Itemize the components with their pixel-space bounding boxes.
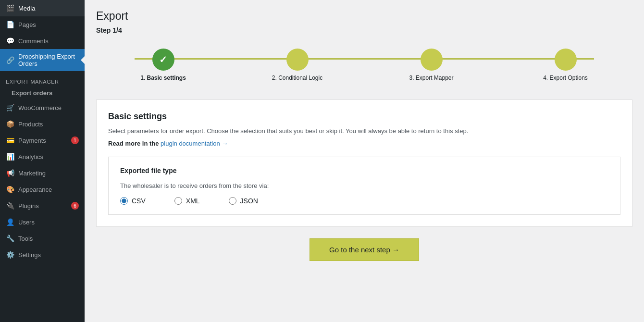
tools-icon [6, 234, 14, 243]
stepper-label-mapper: 3. Export Mapper [409, 74, 453, 81]
settings-icon [6, 250, 14, 259]
sidebar-item-users[interactable]: Users [0, 214, 85, 230]
comments-icon [6, 37, 14, 45]
products-icon [6, 120, 14, 128]
radio-json[interactable]: JSON [229, 197, 258, 205]
plugin-documentation-link[interactable]: plugin documentation → [161, 140, 228, 147]
sidebar-item-label: Comments [18, 37, 49, 45]
sidebar-item-label: Tools [18, 235, 33, 242]
sidebar-item-label: Appearance [18, 186, 52, 193]
sidebar-item-pages[interactable]: Pages [0, 16, 85, 33]
main-content: Export Step 1/4 1. Basic settings 2. Con… [85, 0, 644, 322]
file-type-desc: The wholesaler is to receive orders from… [120, 182, 608, 189]
sidebar-item-appearance[interactable]: Appearance [0, 181, 85, 198]
sidebar-item-dropshipping[interactable]: Dropshipping Export Orders [0, 49, 85, 71]
sidebar-item-label: Products [18, 121, 43, 128]
basic-settings-desc: Select parameters for order export. Choo… [108, 126, 620, 136]
sidebar-item-label: Users [18, 219, 35, 226]
checkmark-icon [159, 54, 167, 65]
sidebar: Media Pages Comments Dropshipping Export… [0, 0, 85, 322]
file-type-title: Exported file type [120, 167, 608, 174]
stepper-step-mapper: 3. Export Mapper [364, 49, 498, 81]
next-step-button[interactable]: Go to the next step → [310, 238, 419, 261]
sidebar-item-settings[interactable]: Settings [0, 247, 85, 263]
sidebar-item-tools[interactable]: Tools [0, 230, 85, 247]
media-icon [6, 4, 14, 12]
radio-csv[interactable]: CSV [120, 197, 146, 205]
export-manager-section: Export Manager [0, 71, 85, 87]
sidebar-item-payments[interactable]: Payments 1 [0, 132, 85, 149]
step-label: Step 1/4 [96, 26, 632, 34]
sidebar-item-label: Settings [18, 251, 41, 259]
payments-icon [6, 136, 14, 145]
file-type-box: Exported file type The wholesaler is to … [108, 157, 620, 215]
stepper-circle-conditional [286, 49, 309, 71]
sidebar-item-label: Plugins [18, 202, 39, 210]
plugins-icon [6, 201, 14, 210]
sidebar-item-label: Analytics [18, 153, 43, 161]
page-title: Export [96, 10, 632, 23]
read-more-text: Read more in the plugin documentation → [108, 140, 620, 147]
sidebar-item-media[interactable]: Media [0, 0, 85, 16]
file-type-radio-group: CSV XML JSON [120, 197, 608, 205]
appearance-icon [6, 185, 14, 194]
sidebar-item-label: Media [18, 5, 35, 12]
stepper-label-options: 4. Export Options [543, 74, 588, 81]
sidebar-item-label: Dropshipping Export Orders [18, 53, 79, 67]
stepper-step-basic: 1. Basic settings [96, 49, 230, 81]
pages-icon [6, 20, 14, 29]
sidebar-item-plugins[interactable]: Plugins 6 [0, 198, 85, 214]
active-arrow [81, 56, 85, 64]
radio-csv-label: CSV [132, 197, 146, 205]
basic-settings-title: Basic settings [108, 111, 620, 122]
woo-icon [6, 103, 14, 112]
sidebar-sub-export-orders[interactable]: Export orders [0, 87, 85, 99]
stepper-step-options: 4. Export Options [498, 49, 632, 81]
radio-xml[interactable]: XML [174, 197, 200, 205]
stepper: 1. Basic settings 2. Conditional Logic 3… [96, 44, 632, 86]
radio-xml-label: XML [186, 197, 200, 205]
payments-badge: 1 [71, 136, 79, 144]
sidebar-item-analytics[interactable]: Analytics [0, 149, 85, 165]
stepper-circle-basic [152, 49, 174, 71]
sidebar-item-label: Payments [18, 137, 46, 144]
plugins-badge: 6 [71, 202, 79, 210]
radio-json-input[interactable] [229, 197, 236, 205]
stepper-step-conditional: 2. Conditional Logic [230, 49, 364, 81]
sidebar-item-woocommerce[interactable]: WooCommerce [0, 99, 85, 116]
sidebar-item-label: Pages [18, 21, 36, 28]
stepper-circle-options [555, 49, 577, 71]
stepper-label-conditional: 2. Conditional Logic [272, 74, 322, 81]
sidebar-item-comments[interactable]: Comments [0, 33, 85, 49]
analytics-icon [6, 152, 14, 161]
next-btn-wrap: Go to the next step → [96, 238, 632, 261]
basic-settings-section: Basic settings Select parameters for ord… [96, 99, 632, 227]
sidebar-item-label: WooCommerce [18, 104, 62, 111]
read-more-prefix: Read more in the [108, 140, 161, 147]
dropshipping-icon [6, 56, 14, 64]
sidebar-item-products[interactable]: Products [0, 116, 85, 132]
sidebar-item-marketing[interactable]: Marketing [0, 165, 85, 181]
radio-csv-input[interactable] [120, 197, 128, 205]
users-icon [6, 218, 14, 226]
marketing-icon [6, 169, 14, 177]
radio-xml-input[interactable] [174, 197, 182, 205]
stepper-circle-mapper [421, 49, 443, 71]
radio-json-label: JSON [240, 197, 258, 205]
sidebar-item-label: Marketing [18, 170, 46, 177]
stepper-label-basic: 1. Basic settings [140, 74, 186, 81]
